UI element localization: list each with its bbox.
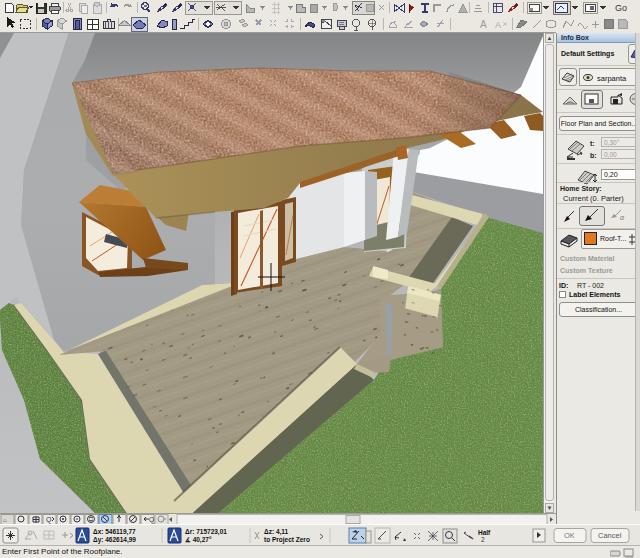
svg-text:A: A [480, 19, 487, 30]
svg-text:Δz: 4,11: Δz: 4,11 [264, 528, 289, 536]
svg-text:α: α [620, 214, 625, 221]
svg-text:∡ 40,27°: ∡ 40,27° [185, 536, 212, 544]
svg-text:OK: OK [564, 531, 575, 540]
svg-text:▲: ▲ [402, 536, 407, 542]
svg-text:Q: Q [46, 516, 52, 524]
svg-text:⌂: ⌂ [3, 517, 7, 523]
svg-text:to Project Zero: to Project Zero [264, 536, 310, 544]
svg-text:Δx: 546119,77: Δx: 546119,77 [93, 528, 136, 536]
svg-text:Q: Q [149, 516, 154, 524]
svg-text:Go: Go [615, 3, 627, 13]
svg-text:2: 2 [481, 536, 485, 543]
svg-text:Cancel: Cancel [598, 531, 622, 540]
svg-text:Half: Half [478, 529, 491, 536]
svg-text:A: A [495, 20, 501, 30]
svg-text:Δr: 715723,01: Δr: 715723,01 [185, 528, 227, 536]
svg-text:Δy: 462614,99: Δy: 462614,99 [93, 536, 136, 544]
